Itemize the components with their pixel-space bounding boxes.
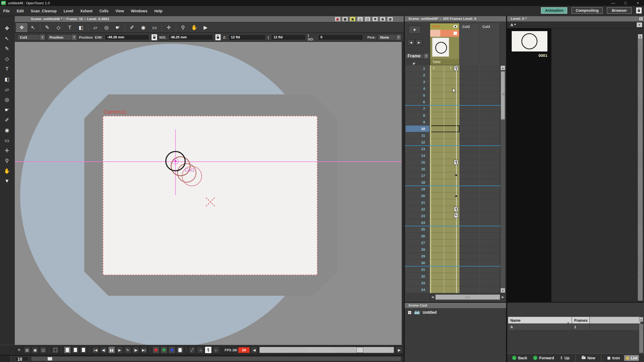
- xsheet-cell-col1[interactable]: [430, 280, 459, 286]
- scroll-left-icon[interactable]: ◀: [430, 294, 435, 300]
- sub-camera-preview-icon[interactable]: ▧: [387, 17, 393, 21]
- viewer-canvas[interactable]: Camera1 Col1: [15, 42, 402, 345]
- frame-number-cell[interactable]: 11: [406, 132, 429, 139]
- rooms-lock-icon[interactable]: [636, 7, 642, 14]
- frame-number-cell[interactable]: 19: [406, 186, 429, 193]
- 3d-view-button[interactable]: [72, 346, 79, 353]
- red-channel-button[interactable]: [152, 346, 159, 353]
- xsheet-cell-col3[interactable]: [480, 119, 500, 125]
- xsheet-cell-col2[interactable]: [459, 273, 480, 280]
- frame-number-cell[interactable]: 22: [406, 206, 429, 213]
- room-tab-animation[interactable]: Animation: [541, 7, 567, 14]
- mode-dropdown[interactable]: Position ▼: [47, 34, 77, 40]
- hand-tool[interactable]: ✋: [2, 166, 12, 175]
- list-button[interactable]: ▤List: [624, 355, 639, 361]
- frame-slider-handle[interactable]: [47, 357, 52, 361]
- camera-view-button[interactable]: [80, 346, 87, 353]
- eraser-tool[interactable]: ▱: [90, 23, 101, 32]
- hand-tool[interactable]: ✋: [189, 23, 200, 32]
- camera-view-mode-icon[interactable]: ◼: [350, 17, 356, 21]
- frame-number-cell[interactable]: 33: [406, 280, 429, 286]
- xsheet-cell-col1[interactable]: [430, 179, 459, 186]
- xsheet-cell-col2[interactable]: [459, 253, 480, 260]
- xsheet-cell-col1[interactable]: [430, 253, 459, 260]
- xsheet-cell-col3[interactable]: [480, 105, 500, 112]
- frame-number-cell[interactable]: 21: [406, 199, 429, 206]
- frame-number-cell[interactable]: 8: [406, 112, 429, 119]
- xsheet-cell-col3[interactable]: [480, 226, 500, 233]
- xsheet-cell-col2[interactable]: [459, 85, 480, 92]
- loop-button[interactable]: ↻: [124, 346, 131, 353]
- frame-number-cell[interactable]: 10: [406, 125, 429, 132]
- zoom-tool[interactable]: ⚲: [178, 23, 188, 32]
- chevron-down-icon[interactable]: ▼: [639, 17, 643, 21]
- type-tool[interactable]: T: [2, 64, 12, 73]
- control-point-editor-tool[interactable]: ✛: [2, 146, 12, 155]
- rgb-picker-tool[interactable]: ◉: [138, 23, 149, 32]
- tape-tool[interactable]: ◎: [101, 23, 112, 32]
- save-all-icon[interactable]: ▤: [24, 346, 31, 353]
- frame-number-cell[interactable]: 24: [406, 219, 429, 226]
- xsheet-cell-col3[interactable]: [480, 219, 500, 226]
- xsheet-cell-col3[interactable]: [480, 253, 500, 260]
- frame-number-cell[interactable]: 7: [406, 105, 429, 112]
- style-picker-tool[interactable]: ✐: [127, 23, 137, 32]
- expander-icon[interactable]: +: [408, 311, 411, 314]
- xsheet-cell-col2[interactable]: [459, 99, 480, 105]
- xsheet-cell-col3[interactable]: [480, 179, 500, 186]
- cycle-icon[interactable]: ↻: [454, 213, 458, 218]
- xsheet-cell-col2[interactable]: [459, 266, 480, 273]
- finger-tool[interactable]: ☛: [112, 23, 123, 32]
- animate-tool[interactable]: ✥: [2, 24, 12, 33]
- xsheet-cell-col2[interactable]: [459, 179, 480, 186]
- xsheet-cell-col3[interactable]: [480, 166, 500, 172]
- frame-number-cell[interactable]: 15: [406, 159, 429, 166]
- scene-cast-titlebar[interactable]: Scene Cast: [405, 303, 506, 308]
- xsheet-cell-col1[interactable]: [430, 193, 459, 199]
- snapshot-icon[interactable]: ▣: [32, 346, 39, 353]
- preview-icon[interactable]: ◉: [380, 17, 386, 21]
- fps-value-badge[interactable]: 24: [238, 347, 250, 353]
- xsheet-cell-col2[interactable]: [459, 286, 480, 293]
- xsheet-cell-col1[interactable]: [430, 125, 459, 132]
- xsheet-cell-col3[interactable]: [480, 186, 500, 193]
- style-picker-tool[interactable]: ✐: [2, 115, 12, 124]
- frame-number-cell[interactable]: 23: [406, 213, 429, 219]
- frame-display-dropdown[interactable]: Frame ▼: [405, 53, 429, 59]
- set-key-icon[interactable]: [205, 346, 212, 353]
- camera-stand-view-button[interactable]: [64, 346, 71, 353]
- fill-tool[interactable]: ◧: [2, 75, 12, 84]
- xsheet-cell-col3[interactable]: [480, 79, 500, 85]
- close-button[interactable]: ×: [632, 0, 644, 6]
- chevron-down-icon[interactable]: ▼: [636, 22, 642, 27]
- xsheet-cell-col2[interactable]: [459, 193, 480, 199]
- viewer-scrollbar-handle[interactable]: [356, 347, 363, 353]
- column-header-col2[interactable]: Col2: [459, 23, 480, 65]
- scroll-right-icon[interactable]: ▶: [396, 346, 403, 353]
- xsheet-cell-col3[interactable]: [480, 260, 500, 266]
- xsheet-cell-col3[interactable]: [480, 72, 500, 79]
- play-button[interactable]: ▶: [116, 346, 123, 353]
- level-name-row[interactable]: A * ▼: [507, 21, 644, 28]
- xsheet-cell-col3[interactable]: [480, 286, 500, 293]
- menu-cells[interactable]: Cells: [100, 9, 108, 13]
- xsheet-cell-col2[interactable]: [459, 246, 480, 253]
- last-frame-button[interactable]: ▶|: [140, 346, 147, 353]
- brush-tool[interactable]: ✎: [2, 44, 12, 53]
- menu-file[interactable]: File: [3, 9, 10, 13]
- frame-number-cell[interactable]: 13: [406, 146, 429, 152]
- onion-skin-flag-icon[interactable]: [413, 63, 416, 65]
- frame-number-cell[interactable]: 14: [406, 152, 429, 159]
- cast-table-row[interactable]: A1: [508, 324, 641, 331]
- next-column-button[interactable]: ▶: [415, 39, 423, 46]
- menu-edit[interactable]: Edit: [17, 9, 24, 13]
- xsheet-hscroll-handle[interactable]: |||||: [435, 294, 500, 300]
- keyframe-icon[interactable]: [454, 66, 458, 71]
- xsheet-cell-col3[interactable]: [480, 280, 500, 286]
- scroll-left-icon[interactable]: ◀: [251, 346, 258, 353]
- level-frame-thumbnail[interactable]: [512, 31, 547, 51]
- new-level-button[interactable]: +: [408, 26, 421, 34]
- pick-dropdown[interactable]: None ▼: [378, 34, 401, 40]
- scroll-up-icon[interactable]: ▲: [639, 317, 643, 322]
- safe-area-icon[interactable]: ▣: [335, 17, 341, 21]
